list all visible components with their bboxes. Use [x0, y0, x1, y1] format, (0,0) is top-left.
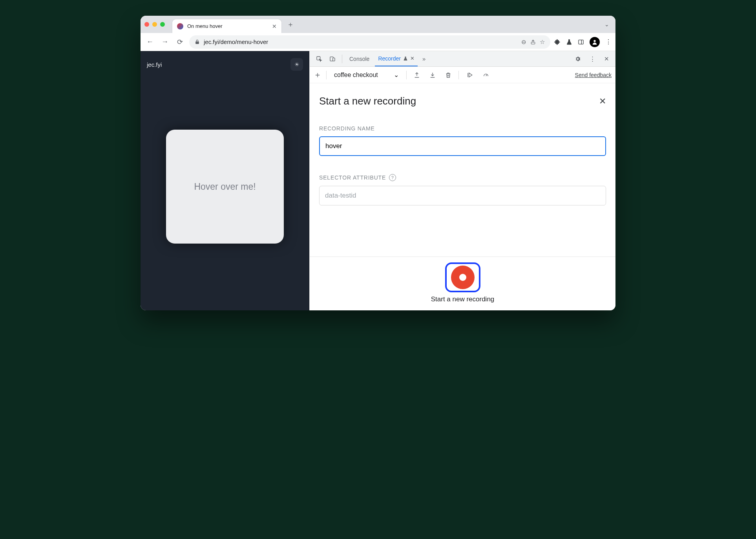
devtools-tabbar: Console Recorder ✕ » ⋮ ✕: [310, 51, 615, 67]
tab-recorder-label: Recorder: [378, 55, 401, 62]
tab-console[interactable]: Console: [346, 51, 373, 66]
selector-attribute-input[interactable]: [319, 186, 606, 205]
browser-tabstrip: On menu hover ✕ ＋ ⌄: [141, 16, 615, 33]
panel-icon[interactable]: [578, 39, 584, 45]
close-tab-icon[interactable]: ✕: [272, 23, 277, 29]
send-feedback-link[interactable]: Send feedback: [575, 72, 612, 78]
recording-dropdown-value: coffee checkout: [334, 72, 378, 79]
export-icon[interactable]: [411, 72, 422, 78]
new-tab-button[interactable]: ＋: [285, 19, 296, 30]
devtools-close-icon[interactable]: ✕: [602, 55, 612, 62]
theme-toggle-icon[interactable]: ☀: [290, 58, 303, 71]
settings-gear-icon[interactable]: [572, 56, 583, 62]
tab-recorder[interactable]: Recorder ✕: [375, 51, 418, 66]
nav-back-icon[interactable]: ←: [144, 38, 155, 46]
browser-window: On menu hover ✕ ＋ ⌄ ← → ⟳ jec.fyi/demo/m…: [141, 16, 615, 310]
import-icon[interactable]: [427, 72, 438, 78]
nav-forward-icon[interactable]: →: [159, 38, 170, 46]
extensions-icon[interactable]: [554, 39, 561, 45]
svg-rect-1: [579, 40, 583, 44]
lock-icon: [195, 39, 200, 44]
labs-beaker-icon[interactable]: [566, 39, 572, 45]
replay-icon[interactable]: [464, 72, 475, 78]
form-close-icon[interactable]: ✕: [599, 96, 606, 106]
record-icon: [451, 266, 475, 289]
close-panel-icon[interactable]: ✕: [410, 55, 415, 61]
traffic-maximize[interactable]: [160, 22, 165, 27]
recording-dropdown[interactable]: coffee checkout ⌄: [331, 69, 402, 81]
tabs-menu-chevron-icon[interactable]: ⌄: [602, 21, 612, 28]
inspect-element-icon[interactable]: [314, 56, 325, 62]
browser-menu-icon[interactable]: ⋮: [605, 38, 612, 46]
beaker-icon: [403, 56, 408, 61]
recording-name-input[interactable]: [319, 136, 606, 156]
url-text: jec.fyi/demo/menu-hover: [204, 38, 517, 45]
tab-console-label: Console: [349, 56, 369, 62]
content-area: jec.fyi ☀ Hover over me! Console: [141, 51, 615, 310]
hover-card[interactable]: Hover over me!: [166, 130, 284, 244]
hover-card-text: Hover over me!: [194, 182, 256, 192]
zoom-out-icon[interactable]: ⊖: [521, 38, 526, 46]
demo-page: jec.fyi ☀ Hover over me!: [141, 51, 309, 310]
tab-title: On menu hover: [187, 23, 268, 29]
svg-point-3: [593, 40, 595, 42]
new-recording-form: Start a new recording ✕ RECORDING NAME S…: [310, 83, 615, 257]
svg-rect-6: [333, 58, 335, 61]
form-title: Start a new recording: [319, 95, 416, 107]
nav-reload-icon[interactable]: ⟳: [174, 38, 185, 46]
devtools-panel: Console Recorder ✕ » ⋮ ✕: [309, 51, 615, 310]
start-recording-label: Start a new recording: [431, 295, 495, 303]
traffic-close[interactable]: [144, 22, 149, 27]
browser-toolbar: ← → ⟳ jec.fyi/demo/menu-hover ⊖ ☆: [141, 33, 615, 51]
recording-name-label: RECORDING NAME: [319, 125, 606, 132]
window-traffic-lights: [144, 22, 165, 27]
selector-attribute-label: SELECTOR ATTRIBUTE ?: [319, 174, 606, 181]
toolbar-icons: ⋮: [554, 37, 612, 47]
page-logo[interactable]: jec.fyi: [147, 61, 162, 68]
profile-avatar[interactable]: [590, 37, 600, 47]
recorder-actionbar: ＋ coffee checkout ⌄: [310, 67, 615, 83]
omnibox[interactable]: jec.fyi/demo/menu-hover ⊖ ☆: [189, 35, 550, 49]
start-recording-button[interactable]: [445, 262, 480, 292]
form-footer: Start a new recording: [310, 257, 615, 310]
share-icon[interactable]: [530, 39, 536, 45]
delete-icon[interactable]: [443, 72, 454, 78]
tab-favicon: [177, 23, 183, 29]
star-icon[interactable]: ☆: [540, 38, 545, 46]
device-toggle-icon[interactable]: [327, 56, 338, 62]
traffic-minimize[interactable]: [152, 22, 157, 27]
help-icon[interactable]: ?: [389, 174, 396, 181]
devtools-menu-icon[interactable]: ⋮: [587, 55, 598, 62]
chevron-down-icon: ⌄: [394, 71, 399, 79]
performance-icon[interactable]: [480, 72, 492, 78]
new-recording-icon[interactable]: ＋: [314, 70, 321, 80]
browser-tab[interactable]: On menu hover ✕: [172, 19, 282, 33]
more-tabs-icon[interactable]: »: [420, 55, 428, 62]
